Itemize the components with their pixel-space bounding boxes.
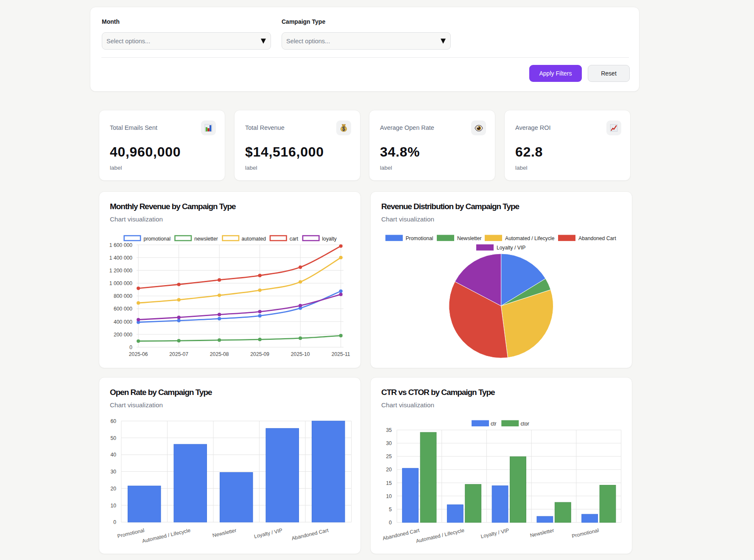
svg-text:0: 0 — [113, 519, 116, 525]
svg-text:2025-06: 2025-06 — [129, 351, 148, 357]
svg-text:30: 30 — [110, 469, 116, 475]
svg-text:200 000: 200 000 — [114, 332, 132, 338]
svg-text:Newsletter: Newsletter — [212, 527, 237, 539]
svg-text:10: 10 — [110, 503, 116, 509]
svg-text:60: 60 — [110, 418, 116, 424]
svg-text:Automated / Lifecycle: Automated / Lifecycle — [142, 527, 191, 544]
svg-text:2025-11: 2025-11 — [332, 351, 350, 357]
svg-text:1 200 000: 1 200 000 — [109, 268, 132, 274]
svg-text:800 000: 800 000 — [114, 293, 132, 299]
svg-text:25: 25 — [386, 454, 392, 459]
svg-text:0: 0 — [129, 344, 132, 350]
svg-text:Newsletter: Newsletter — [530, 527, 555, 539]
svg-text:10: 10 — [386, 493, 392, 499]
svg-text:Abandoned Cart: Abandoned Cart — [291, 527, 329, 542]
svg-text:0: 0 — [389, 520, 392, 526]
svg-text:ctr: ctr — [491, 421, 497, 427]
svg-text:Abandoned Cart: Abandoned Cart — [578, 235, 616, 241]
svg-text:Promotional: Promotional — [405, 235, 433, 241]
svg-text:promotional: promotional — [144, 236, 171, 242]
svg-text:35: 35 — [386, 427, 392, 433]
svg-text:Abandoned Cart: Abandoned Cart — [382, 527, 420, 542]
svg-text:cart: cart — [290, 236, 299, 242]
svg-text:400 000: 400 000 — [114, 319, 132, 325]
svg-text:20: 20 — [110, 486, 116, 492]
svg-text:20: 20 — [386, 467, 392, 473]
svg-text:Loyalty / VIP: Loyalty / VIP — [254, 527, 283, 540]
svg-text:1 600 000: 1 600 000 — [109, 242, 132, 248]
svg-text:loyalty: loyalty — [322, 236, 337, 242]
svg-text:2025-08: 2025-08 — [210, 351, 229, 357]
svg-text:30: 30 — [386, 440, 392, 446]
svg-text:Loyalty / VIP: Loyalty / VIP — [497, 245, 525, 251]
svg-text:Automated / Lifecycle: Automated / Lifecycle — [505, 235, 555, 241]
svg-text:newsletter: newsletter — [194, 236, 218, 242]
svg-text:automated: automated — [242, 236, 266, 242]
svg-text:2025-07: 2025-07 — [169, 351, 188, 357]
svg-text:2025-09: 2025-09 — [250, 351, 269, 357]
svg-text:1 400 000: 1 400 000 — [109, 255, 132, 261]
svg-text:600 000: 600 000 — [114, 306, 132, 312]
svg-text:1 000 000: 1 000 000 — [109, 280, 132, 286]
svg-text:Newsletter: Newsletter — [457, 235, 482, 241]
svg-text:40: 40 — [110, 452, 116, 458]
svg-text:2025-10: 2025-10 — [291, 351, 310, 357]
svg-text:Promotional: Promotional — [571, 527, 600, 539]
svg-text:Loyalty / VIP: Loyalty / VIP — [480, 527, 510, 540]
svg-text:Automated / Lifecycle: Automated / Lifecycle — [415, 527, 465, 544]
svg-text:ctor: ctor — [521, 421, 529, 427]
svg-text:Promotional: Promotional — [117, 527, 145, 539]
svg-text:50: 50 — [110, 435, 116, 441]
svg-text:5: 5 — [389, 507, 392, 512]
svg-text:15: 15 — [386, 480, 392, 486]
